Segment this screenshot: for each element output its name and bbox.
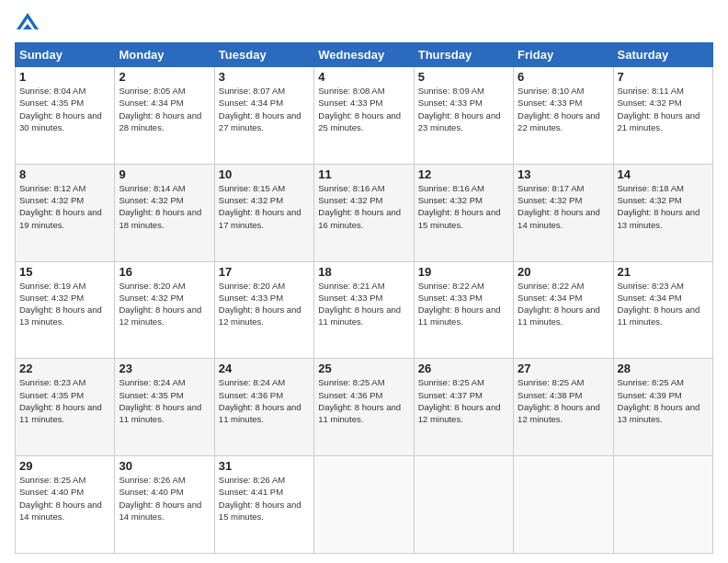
day-info: Sunrise: 8:07 AM Sunset: 4:34 PM Dayligh… bbox=[219, 85, 310, 133]
day-number: 14 bbox=[618, 167, 709, 181]
weekday-header-saturday: Saturday bbox=[613, 43, 712, 67]
logo-icon bbox=[15, 11, 40, 37]
day-info: Sunrise: 8:04 AM Sunset: 4:35 PM Dayligh… bbox=[19, 85, 110, 133]
calendar-cell: 17Sunrise: 8:20 AM Sunset: 4:33 PM Dayli… bbox=[214, 261, 313, 359]
calendar-cell: 16Sunrise: 8:20 AM Sunset: 4:32 PM Dayli… bbox=[115, 261, 214, 359]
calendar-cell: 29Sunrise: 8:25 AM Sunset: 4:40 PM Dayli… bbox=[16, 456, 115, 554]
day-number: 11 bbox=[318, 167, 409, 181]
calendar-cell: 15Sunrise: 8:19 AM Sunset: 4:32 PM Dayli… bbox=[16, 261, 115, 359]
day-number: 22 bbox=[19, 362, 110, 375]
calendar-cell bbox=[414, 456, 513, 554]
calendar-week-3: 15Sunrise: 8:19 AM Sunset: 4:32 PM Dayli… bbox=[16, 261, 713, 359]
calendar-week-5: 29Sunrise: 8:25 AM Sunset: 4:40 PM Dayli… bbox=[16, 456, 713, 554]
day-number: 23 bbox=[119, 362, 210, 375]
day-info: Sunrise: 8:19 AM Sunset: 4:32 PM Dayligh… bbox=[19, 280, 110, 328]
day-info: Sunrise: 8:08 AM Sunset: 4:33 PM Dayligh… bbox=[318, 85, 409, 133]
calendar-cell: 21Sunrise: 8:23 AM Sunset: 4:34 PM Dayli… bbox=[613, 261, 712, 359]
day-number: 3 bbox=[219, 70, 310, 84]
weekday-header-wednesday: Wednesday bbox=[314, 43, 414, 67]
day-info: Sunrise: 8:18 AM Sunset: 4:32 PM Dayligh… bbox=[618, 182, 709, 231]
day-number: 9 bbox=[119, 167, 210, 181]
day-number: 20 bbox=[518, 265, 609, 279]
day-info: Sunrise: 8:24 AM Sunset: 4:35 PM Dayligh… bbox=[119, 376, 210, 425]
weekday-header-friday: Friday bbox=[514, 43, 613, 67]
day-info: Sunrise: 8:11 AM Sunset: 4:32 PM Dayligh… bbox=[618, 85, 709, 133]
day-info: Sunrise: 8:24 AM Sunset: 4:36 PM Dayligh… bbox=[219, 376, 310, 425]
calendar-cell: 31Sunrise: 8:26 AM Sunset: 4:41 PM Dayli… bbox=[214, 456, 313, 554]
calendar-cell: 26Sunrise: 8:25 AM Sunset: 4:37 PM Dayli… bbox=[414, 359, 513, 456]
calendar-cell: 24Sunrise: 8:24 AM Sunset: 4:36 PM Dayli… bbox=[214, 359, 313, 456]
day-info: Sunrise: 8:20 AM Sunset: 4:32 PM Dayligh… bbox=[119, 280, 210, 328]
calendar-cell bbox=[613, 456, 712, 554]
day-info: Sunrise: 8:20 AM Sunset: 4:33 PM Dayligh… bbox=[219, 280, 310, 328]
day-number: 30 bbox=[119, 459, 210, 473]
day-number: 1 bbox=[19, 70, 110, 84]
calendar-cell: 9Sunrise: 8:14 AM Sunset: 4:32 PM Daylig… bbox=[115, 164, 214, 261]
day-info: Sunrise: 8:25 AM Sunset: 4:36 PM Dayligh… bbox=[318, 376, 409, 425]
day-number: 5 bbox=[418, 70, 509, 84]
calendar-cell: 20Sunrise: 8:22 AM Sunset: 4:34 PM Dayli… bbox=[514, 261, 613, 359]
day-info: Sunrise: 8:26 AM Sunset: 4:40 PM Dayligh… bbox=[119, 474, 210, 523]
weekday-header-tuesday: Tuesday bbox=[214, 43, 313, 67]
day-info: Sunrise: 8:17 AM Sunset: 4:32 PM Dayligh… bbox=[518, 182, 609, 231]
day-number: 4 bbox=[318, 70, 409, 84]
calendar-cell: 2Sunrise: 8:05 AM Sunset: 4:34 PM Daylig… bbox=[115, 67, 214, 165]
calendar-cell: 3Sunrise: 8:07 AM Sunset: 4:34 PM Daylig… bbox=[214, 67, 313, 165]
day-number: 28 bbox=[618, 362, 709, 375]
top-area bbox=[15, 11, 713, 37]
calendar-week-4: 22Sunrise: 8:23 AM Sunset: 4:35 PM Dayli… bbox=[16, 359, 713, 456]
day-info: Sunrise: 8:09 AM Sunset: 4:33 PM Dayligh… bbox=[418, 85, 509, 133]
day-info: Sunrise: 8:22 AM Sunset: 4:33 PM Dayligh… bbox=[418, 280, 509, 328]
day-number: 8 bbox=[19, 167, 110, 181]
day-number: 26 bbox=[418, 362, 509, 375]
day-number: 31 bbox=[219, 459, 310, 473]
calendar-cell: 30Sunrise: 8:26 AM Sunset: 4:40 PM Dayli… bbox=[115, 456, 214, 554]
day-info: Sunrise: 8:23 AM Sunset: 4:34 PM Dayligh… bbox=[618, 280, 709, 328]
day-number: 13 bbox=[518, 167, 609, 181]
day-info: Sunrise: 8:16 AM Sunset: 4:32 PM Dayligh… bbox=[418, 182, 509, 231]
day-info: Sunrise: 8:25 AM Sunset: 4:38 PM Dayligh… bbox=[518, 376, 609, 425]
calendar-cell: 14Sunrise: 8:18 AM Sunset: 4:32 PM Dayli… bbox=[613, 164, 712, 261]
day-number: 15 bbox=[19, 265, 110, 279]
day-number: 19 bbox=[418, 265, 509, 279]
day-info: Sunrise: 8:26 AM Sunset: 4:41 PM Dayligh… bbox=[219, 474, 310, 523]
day-info: Sunrise: 8:12 AM Sunset: 4:32 PM Dayligh… bbox=[19, 182, 110, 231]
day-info: Sunrise: 8:16 AM Sunset: 4:32 PM Dayligh… bbox=[318, 182, 409, 231]
day-number: 2 bbox=[119, 70, 210, 84]
calendar-cell: 25Sunrise: 8:25 AM Sunset: 4:36 PM Dayli… bbox=[314, 359, 414, 456]
calendar-week-1: 1Sunrise: 8:04 AM Sunset: 4:35 PM Daylig… bbox=[16, 67, 713, 165]
day-number: 17 bbox=[219, 265, 310, 279]
day-info: Sunrise: 8:21 AM Sunset: 4:33 PM Dayligh… bbox=[318, 280, 409, 328]
page: SundayMondayTuesdayWednesdayThursdayFrid… bbox=[0, 0, 728, 563]
calendar-cell: 13Sunrise: 8:17 AM Sunset: 4:32 PM Dayli… bbox=[514, 164, 613, 261]
calendar-cell: 1Sunrise: 8:04 AM Sunset: 4:35 PM Daylig… bbox=[16, 67, 115, 165]
day-number: 12 bbox=[418, 167, 509, 181]
day-info: Sunrise: 8:15 AM Sunset: 4:32 PM Dayligh… bbox=[219, 182, 310, 231]
day-info: Sunrise: 8:05 AM Sunset: 4:34 PM Dayligh… bbox=[119, 85, 210, 133]
weekday-header-thursday: Thursday bbox=[414, 43, 513, 67]
day-info: Sunrise: 8:22 AM Sunset: 4:34 PM Dayligh… bbox=[518, 280, 609, 328]
weekday-header-row: SundayMondayTuesdayWednesdayThursdayFrid… bbox=[16, 43, 713, 67]
calendar-cell: 8Sunrise: 8:12 AM Sunset: 4:32 PM Daylig… bbox=[16, 164, 115, 261]
calendar-cell: 19Sunrise: 8:22 AM Sunset: 4:33 PM Dayli… bbox=[414, 261, 513, 359]
day-number: 16 bbox=[119, 265, 210, 279]
day-number: 18 bbox=[318, 265, 409, 279]
day-info: Sunrise: 8:14 AM Sunset: 4:32 PM Dayligh… bbox=[119, 182, 210, 231]
calendar-cell bbox=[314, 456, 414, 554]
weekday-header-monday: Monday bbox=[115, 43, 214, 67]
calendar-cell: 6Sunrise: 8:10 AM Sunset: 4:33 PM Daylig… bbox=[514, 67, 613, 165]
calendar-cell: 27Sunrise: 8:25 AM Sunset: 4:38 PM Dayli… bbox=[514, 359, 613, 456]
calendar-week-2: 8Sunrise: 8:12 AM Sunset: 4:32 PM Daylig… bbox=[16, 164, 713, 261]
day-number: 10 bbox=[219, 167, 310, 181]
day-number: 29 bbox=[19, 459, 110, 473]
calendar-cell: 22Sunrise: 8:23 AM Sunset: 4:35 PM Dayli… bbox=[16, 359, 115, 456]
day-number: 25 bbox=[318, 362, 409, 375]
calendar: SundayMondayTuesdayWednesdayThursdayFrid… bbox=[15, 42, 713, 554]
calendar-cell: 11Sunrise: 8:16 AM Sunset: 4:32 PM Dayli… bbox=[314, 164, 414, 261]
calendar-cell: 7Sunrise: 8:11 AM Sunset: 4:32 PM Daylig… bbox=[613, 67, 712, 165]
day-number: 24 bbox=[219, 362, 310, 375]
calendar-cell: 5Sunrise: 8:09 AM Sunset: 4:33 PM Daylig… bbox=[414, 67, 513, 165]
weekday-header-sunday: Sunday bbox=[16, 43, 115, 67]
day-number: 21 bbox=[618, 265, 709, 279]
calendar-body: 1Sunrise: 8:04 AM Sunset: 4:35 PM Daylig… bbox=[16, 67, 713, 554]
